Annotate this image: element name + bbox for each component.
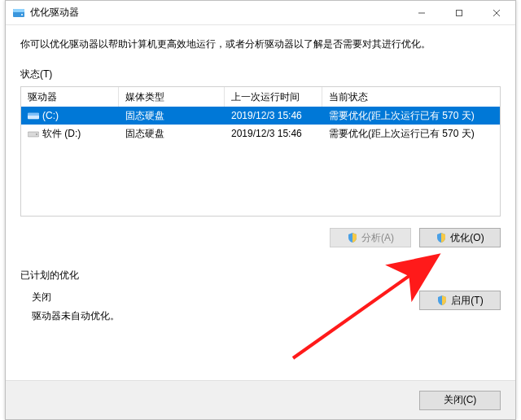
close-label: 关闭(C) xyxy=(444,393,477,407)
status-label: 状态(T) xyxy=(20,68,501,81)
close-window-button[interactable] xyxy=(478,1,515,25)
drive-last-run: 2019/12/3 15:46 xyxy=(225,128,322,139)
svg-rect-9 xyxy=(28,132,39,137)
shield-icon xyxy=(436,295,448,306)
optimize-drives-window: 优化驱动器 你可以优化驱动器以帮助计算机更高效地运行，或者分析驱动器以了解是否需… xyxy=(5,0,516,420)
svg-rect-1 xyxy=(13,9,24,12)
app-icon xyxy=(12,7,25,20)
scheduled-desc: 驱动器未自动优化。 xyxy=(32,309,419,323)
table-row[interactable]: (C:) 固态硬盘 2019/12/3 15:46 需要优化(距上次运行已有 5… xyxy=(21,107,500,125)
scheduled-state: 关闭 xyxy=(32,291,419,304)
svg-rect-8 xyxy=(28,113,39,116)
close-button[interactable]: 关闭(C) xyxy=(419,391,501,410)
maximize-button[interactable] xyxy=(440,1,478,25)
analyze-label: 分析(A) xyxy=(361,231,394,245)
shield-icon xyxy=(347,232,358,243)
enable-schedule-button[interactable]: 启用(T) xyxy=(419,291,501,310)
drive-media: 固态硬盘 xyxy=(119,109,225,123)
shield-icon xyxy=(436,232,447,243)
optimize-label: 优化(O) xyxy=(450,231,484,245)
analyze-button[interactable]: 分析(A) xyxy=(330,228,411,247)
column-last-run[interactable]: 上一次运行时间 xyxy=(225,87,322,107)
minimize-button[interactable] xyxy=(403,1,440,25)
drive-last-run: 2019/12/3 15:46 xyxy=(225,110,322,121)
svg-point-10 xyxy=(36,133,37,135)
table-header: 驱动器 媒体类型 上一次运行时间 当前状态 xyxy=(21,87,500,107)
action-row: 分析(A) 优化(O) xyxy=(20,228,501,247)
scheduled-section: 已计划的优化 关闭 驱动器未自动优化。 启用(T) xyxy=(20,269,501,323)
drive-icon xyxy=(28,129,39,138)
scheduled-title: 已计划的优化 xyxy=(20,269,501,282)
drive-name: 软件 (D:) xyxy=(42,127,81,141)
drive-status: 需要优化(距上次运行已有 570 天) xyxy=(322,109,500,123)
intro-text: 你可以优化驱动器以帮助计算机更高效地运行，或者分析驱动器以了解是否需要对其进行优… xyxy=(20,37,501,51)
drive-status: 需要优化(距上次运行已有 570 天) xyxy=(322,127,500,141)
optimize-button[interactable]: 优化(O) xyxy=(419,228,501,247)
drive-name: (C:) xyxy=(42,110,59,121)
column-drive[interactable]: 驱动器 xyxy=(21,87,119,107)
enable-label: 启用(T) xyxy=(451,294,483,308)
window-title: 优化驱动器 xyxy=(30,6,79,20)
footer: 关闭(C) xyxy=(6,380,515,419)
client-area: 你可以优化驱动器以帮助计算机更高效地运行，或者分析驱动器以了解是否需要对其进行优… xyxy=(6,25,515,419)
svg-point-2 xyxy=(21,14,23,15)
table-row[interactable]: 软件 (D:) 固态硬盘 2019/12/3 15:46 需要优化(距上次运行已… xyxy=(21,125,500,142)
drives-table: 驱动器 媒体类型 上一次运行时间 当前状态 (C:) 固态硬盘 2019/12/… xyxy=(20,86,501,217)
column-current[interactable]: 当前状态 xyxy=(322,87,500,107)
column-media[interactable]: 媒体类型 xyxy=(119,87,225,107)
svg-rect-4 xyxy=(457,10,462,15)
drive-media: 固态硬盘 xyxy=(119,127,225,141)
drive-icon xyxy=(28,111,39,120)
titlebar: 优化驱动器 xyxy=(6,1,515,25)
